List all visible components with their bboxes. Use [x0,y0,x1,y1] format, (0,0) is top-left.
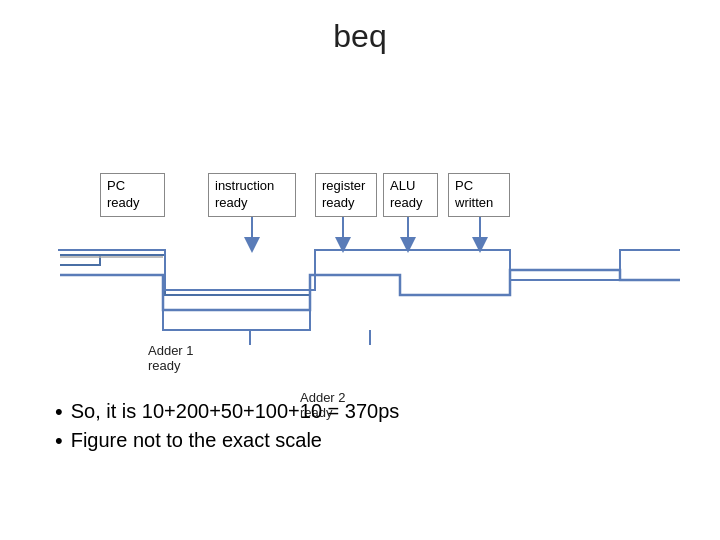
bullet-1: • So, it is 10+200+50+100+10 = 370ps [55,400,399,423]
pc-written-box: PCwritten [448,173,510,217]
bullets-section: • So, it is 10+200+50+100+10 = 370ps • F… [55,400,399,452]
instruction-ready-box: instructionready [208,173,296,217]
bullet-dot-1: • [55,401,63,423]
alu-ready-box: ALUready [383,173,438,217]
diagram-area: PCready instructionready registerready A… [0,65,720,345]
bullet-text-2: Figure not to the exact scale [71,429,322,452]
page-title: beq [0,0,720,55]
bullet-text-1: So, it is 10+200+50+100+10 = 370ps [71,400,400,423]
pc-ready-box: PCready [100,173,165,217]
bullet-dot-2: • [55,430,63,452]
register-ready-box: registerready [315,173,377,217]
bullet-2: • Figure not to the exact scale [55,429,399,452]
adder1-label: Adder 1ready [148,343,194,373]
